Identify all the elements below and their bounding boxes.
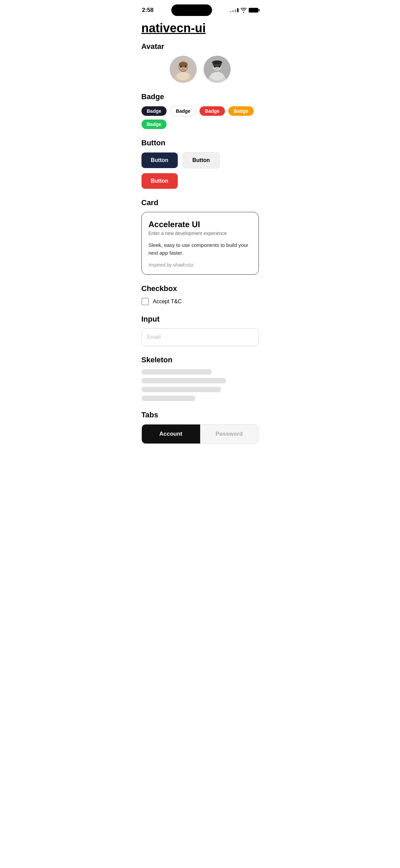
skeleton-row-4 <box>141 396 195 401</box>
badge-row: Badge Badge Badge Badge Badge <box>141 106 259 129</box>
email-input[interactable] <box>141 328 259 346</box>
input-section: Input <box>141 315 259 346</box>
button-dark[interactable]: Button <box>141 152 178 168</box>
card-title: Accelerate UI <box>149 220 252 229</box>
signal-icon <box>230 8 239 12</box>
input-section-title: Input <box>141 315 259 324</box>
tab-password[interactable]: Password <box>200 424 259 444</box>
checkbox-section-title: Checkbox <box>141 284 259 293</box>
skeleton-row-3 <box>141 387 221 392</box>
dynamic-island <box>171 4 212 16</box>
avatar-row <box>141 56 259 83</box>
tabs-section-title: Tabs <box>141 411 259 419</box>
checkbox-section: Checkbox Accept T&C <box>141 284 259 305</box>
badge-dark: Badge <box>141 106 167 116</box>
svg-point-8 <box>176 72 190 80</box>
card-subtitle: Enter a new development experience <box>149 231 252 236</box>
skeleton-row-2 <box>141 378 226 383</box>
status-icons <box>230 8 258 13</box>
checkbox-input[interactable] <box>141 298 149 305</box>
badge-section-title: Badge <box>141 92 259 101</box>
badge-section: Badge Badge Badge Badge Badge Badge <box>141 92 259 129</box>
button-row: Button Button Button <box>141 152 259 189</box>
checkbox-label: Accept T&C <box>153 299 182 305</box>
svg-point-7 <box>185 66 186 68</box>
svg-point-6 <box>180 66 182 68</box>
avatar-section: Avatar <box>141 42 259 83</box>
checkbox-row: Accept T&C <box>141 298 259 305</box>
skeleton-row-1 <box>141 369 212 375</box>
badge-yellow: Badge <box>228 106 254 116</box>
badge-red: Badge <box>199 106 225 116</box>
card-body: Sleek, easy to use components to build y… <box>149 241 252 257</box>
status-bar: 2:58 <box>134 0 266 18</box>
card-footer: Inspired by shadcn/ui <box>149 262 252 268</box>
svg-point-16 <box>212 60 222 65</box>
card-section-title: Card <box>141 198 259 207</box>
button-outline[interactable]: Button <box>183 152 220 168</box>
card-section: Card Accelerate UI Enter a new developme… <box>141 198 259 275</box>
avatar-section-title: Avatar <box>141 42 259 51</box>
button-section-title: Button <box>141 139 259 147</box>
skeleton-section-title: Skeleton <box>141 356 259 364</box>
avatar-2 <box>204 56 231 83</box>
svg-point-14 <box>214 66 215 68</box>
main-content: nativecn-ui Avatar <box>134 18 266 444</box>
tabs-section: Tabs Account Password <box>141 411 259 444</box>
wifi-icon <box>241 8 247 13</box>
button-red[interactable]: Button <box>141 173 178 189</box>
badge-outline: Badge <box>170 106 196 116</box>
battery-icon <box>249 8 258 13</box>
button-section: Button Button Button Button <box>141 139 259 189</box>
badge-green: Badge <box>141 120 167 129</box>
tab-account[interactable]: Account <box>142 424 200 444</box>
app-title: nativecn-ui <box>141 21 259 35</box>
avatar-2-image <box>204 56 231 83</box>
skeleton-section: Skeleton <box>141 356 259 401</box>
svg-point-17 <box>210 72 224 80</box>
avatar-1 <box>170 56 197 83</box>
card: Accelerate UI Enter a new development ex… <box>141 212 259 275</box>
status-time: 2:58 <box>142 7 154 14</box>
avatar-1-image <box>170 56 197 83</box>
tabs-row: Account Password <box>141 424 259 444</box>
svg-point-15 <box>218 66 220 68</box>
